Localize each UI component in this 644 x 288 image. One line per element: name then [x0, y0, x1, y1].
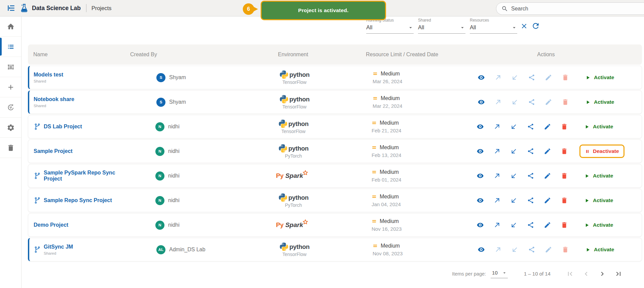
activate-button[interactable]: Activate [585, 247, 614, 253]
pyspark-logo: PySpark [276, 172, 311, 180]
sidebar-item-iterations[interactable] [0, 97, 21, 118]
share-icon[interactable] [527, 221, 534, 229]
delete-icon[interactable] [562, 74, 569, 81]
arrow-down-left-icon[interactable] [510, 148, 518, 155]
filter-select-resources[interactable]: ResourcesAll [470, 18, 517, 34]
deactivate-button[interactable]: Deactivate [579, 145, 624, 158]
view-icon[interactable] [477, 221, 484, 229]
arrow-up-right-icon[interactable] [494, 74, 502, 81]
project-name-link[interactable]: Sample Project [34, 148, 73, 154]
edit-icon[interactable] [545, 98, 552, 106]
activate-button[interactable]: Activate [584, 124, 613, 130]
arrow-down-left-icon[interactable] [511, 98, 519, 106]
arrow-up-right-icon[interactable] [493, 148, 501, 155]
delete-icon[interactable] [561, 172, 568, 180]
view-icon[interactable] [477, 197, 484, 204]
edit-icon[interactable] [544, 197, 551, 204]
arrow-up-right-icon[interactable] [493, 197, 501, 204]
arrow-down-left-icon[interactable] [511, 246, 519, 253]
view-icon[interactable] [478, 74, 485, 81]
search-input[interactable] [511, 6, 612, 12]
view-icon[interactable] [477, 148, 484, 155]
share-icon[interactable] [527, 197, 534, 204]
sidebar-item-home[interactable] [0, 17, 21, 37]
arrow-up-right-icon[interactable] [494, 98, 502, 106]
arrow-down-left-icon[interactable] [510, 172, 518, 180]
view-icon[interactable] [478, 246, 485, 253]
arrow-up-right-icon[interactable] [494, 246, 502, 253]
arrow-down-left-icon[interactable] [511, 74, 519, 81]
project-name-link[interactable]: Sample PySpark Repo Sync Project [44, 170, 126, 182]
previous-page-icon[interactable] [582, 270, 590, 278]
gear-icon [7, 124, 15, 132]
project-name-link[interactable]: Notebook share [34, 96, 74, 102]
clear-filters-icon[interactable] [520, 22, 528, 30]
arrow-up-right-icon[interactable] [493, 123, 501, 130]
sidebar-item-settings[interactable] [0, 118, 21, 138]
edit-icon[interactable] [544, 148, 551, 155]
project-name-link[interactable]: Models test [34, 72, 63, 78]
edit-icon[interactable] [544, 221, 551, 229]
table-row: Sample ProjectNnidhi pythonPyTorchMedium… [28, 139, 642, 163]
view-icon[interactable] [477, 172, 484, 180]
project-name-link[interactable]: GitSync JM [44, 244, 73, 250]
filter-select-running-status[interactable]: Running StatusAll [366, 18, 414, 34]
sidebar-item-pipelines[interactable] [0, 57, 21, 77]
arrow-down-left-icon[interactable] [510, 197, 518, 204]
arrow-down-left-icon[interactable] [510, 123, 518, 130]
edit-icon[interactable] [545, 246, 552, 253]
action-label: Activate [593, 173, 613, 179]
first-page-icon[interactable] [566, 270, 574, 278]
delete-icon[interactable] [562, 246, 569, 253]
project-name-link[interactable]: DS Lab Project [44, 124, 82, 130]
table-row: GitSync JMSharedALAdmin_DS Lab pythonTen… [28, 238, 642, 261]
table-row: DS Lab ProjectNnidhi pythonTensorFlowMed… [28, 115, 642, 138]
activate-button[interactable]: Activate [585, 74, 614, 81]
column-header-created-by: Created By [125, 52, 223, 58]
share-icon[interactable] [527, 123, 534, 130]
arrow-up-right-icon[interactable] [493, 221, 501, 229]
creator-name: nidhi [168, 173, 180, 179]
delete-icon[interactable] [561, 148, 568, 155]
action-label: Activate [594, 247, 614, 253]
activate-button[interactable]: Activate [585, 99, 614, 105]
view-icon[interactable] [477, 123, 484, 130]
python-logo-icon [279, 95, 289, 104]
share-icon[interactable] [527, 148, 534, 155]
activate-button[interactable]: Activate [584, 173, 613, 179]
creator-name: nidhi [168, 148, 180, 154]
delete-icon[interactable] [561, 123, 568, 130]
search-box[interactable] [496, 2, 644, 15]
project-name-link[interactable]: Sample Repo Sync Project [44, 197, 112, 203]
next-page-icon[interactable] [598, 270, 606, 278]
cycle-icon [7, 103, 15, 111]
sidebar-item-add-new[interactable] [0, 77, 21, 97]
refresh-icon[interactable] [531, 22, 540, 30]
environment-name: python [289, 120, 309, 128]
delete-icon[interactable] [561, 221, 568, 229]
edit-icon[interactable] [545, 74, 552, 81]
play-icon [585, 75, 591, 81]
share-icon[interactable] [528, 74, 535, 81]
share-icon[interactable] [528, 98, 535, 106]
sidebar-item-projects-list[interactable] [0, 37, 21, 57]
success-toast: Project is activated. [261, 1, 386, 20]
activate-button[interactable]: Activate [584, 222, 613, 228]
sidebar-item-trash[interactable] [0, 138, 21, 158]
edit-icon[interactable] [544, 123, 551, 130]
share-icon[interactable] [527, 172, 534, 180]
delete-icon[interactable] [562, 98, 569, 106]
arrow-up-right-icon[interactable] [493, 172, 501, 180]
filter-select-shared[interactable]: SharedAll [418, 18, 465, 34]
activate-button[interactable]: Activate [584, 197, 613, 203]
arrow-down-left-icon[interactable] [510, 221, 518, 229]
share-icon[interactable] [528, 246, 535, 253]
sidebar-toggle-icon[interactable] [7, 4, 15, 12]
last-page-icon[interactable] [614, 270, 622, 278]
view-icon[interactable] [478, 98, 485, 106]
project-name-link[interactable]: Demo Project [34, 222, 68, 228]
delete-icon[interactable] [561, 197, 568, 204]
edit-icon[interactable] [544, 172, 551, 180]
items-per-page-select[interactable]: 10 [491, 269, 508, 278]
play-icon [584, 173, 590, 179]
